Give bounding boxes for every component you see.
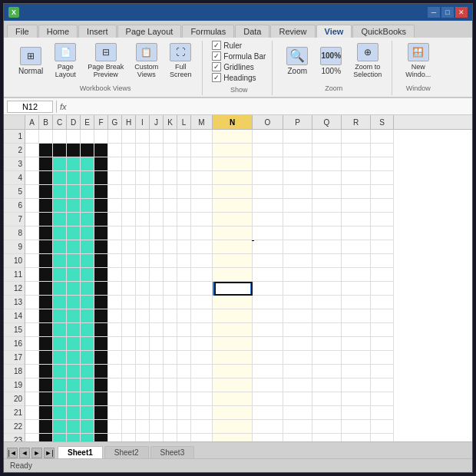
cell-I18[interactable] xyxy=(136,365,149,378)
cell-C15[interactable] xyxy=(53,323,66,337)
gridlines-check[interactable]: Gridlines xyxy=(212,62,266,71)
cell-M17[interactable] xyxy=(191,351,212,365)
headings-checkbox[interactable] xyxy=(212,73,221,82)
cell-Q21[interactable] xyxy=(312,406,341,420)
cell-N6[interactable] xyxy=(213,199,252,213)
cell-R2[interactable] xyxy=(342,144,370,157)
cell-S21[interactable] xyxy=(371,406,393,420)
cell-N14[interactable] xyxy=(213,309,252,323)
cell-H20[interactable] xyxy=(122,392,135,406)
cell-R3[interactable] xyxy=(342,157,370,171)
tab-nav-last[interactable]: ►| xyxy=(44,448,55,458)
cell-G12[interactable] xyxy=(108,282,121,296)
cell-C7[interactable] xyxy=(53,213,66,226)
cell-S4[interactable] xyxy=(371,171,393,185)
cell-Q7[interactable] xyxy=(312,213,341,226)
cell-I7[interactable] xyxy=(136,213,149,226)
cell-H9[interactable] xyxy=(122,240,135,254)
row-num-4[interactable]: 4 xyxy=(4,171,25,185)
col-header-Q[interactable]: Q xyxy=(312,115,342,129)
cell-G23[interactable] xyxy=(108,434,121,441)
cell-I14[interactable] xyxy=(136,309,149,323)
cell-I4[interactable] xyxy=(136,171,149,185)
cell-M10[interactable] xyxy=(191,254,212,268)
cell-C17[interactable] xyxy=(53,351,66,365)
col-header-D[interactable]: D xyxy=(67,115,81,129)
cell-G8[interactable] xyxy=(108,226,121,240)
cell-I10[interactable] xyxy=(136,254,149,268)
cell-G13[interactable] xyxy=(108,296,121,309)
cell-E7[interactable] xyxy=(81,213,94,226)
cell-L12[interactable] xyxy=(177,282,190,296)
cell-K21[interactable] xyxy=(164,406,177,420)
cell-S9[interactable] xyxy=(371,240,393,254)
row-num-9[interactable]: 9 xyxy=(4,240,25,254)
cell-M22[interactable] xyxy=(191,420,212,434)
cell-I20[interactable] xyxy=(136,392,149,406)
cell-S2[interactable] xyxy=(371,144,393,157)
cell-D16[interactable] xyxy=(67,337,80,351)
cell-F19[interactable] xyxy=(94,378,107,392)
col-header-O[interactable]: O xyxy=(253,115,283,129)
cell-M21[interactable] xyxy=(191,406,212,420)
cell-B21[interactable] xyxy=(39,406,52,420)
cell-H18[interactable] xyxy=(122,365,135,378)
cell-H19[interactable] xyxy=(122,378,135,392)
col-header-S[interactable]: S xyxy=(371,115,394,129)
cell-R7[interactable] xyxy=(342,213,370,226)
cell-C6[interactable] xyxy=(53,199,66,213)
cell-Q5[interactable] xyxy=(312,185,341,199)
cell-D21[interactable] xyxy=(67,406,80,420)
cell-L21[interactable] xyxy=(177,406,190,420)
cell-O10[interactable] xyxy=(253,254,283,268)
cell-N13[interactable] xyxy=(213,296,252,309)
cell-L14[interactable] xyxy=(177,309,190,323)
cell-K7[interactable] xyxy=(164,213,177,226)
cell-K15[interactable] xyxy=(164,323,177,337)
cell-L19[interactable] xyxy=(177,378,190,392)
cell-K13[interactable] xyxy=(164,296,177,309)
cell-M4[interactable] xyxy=(191,171,212,185)
cell-C21[interactable] xyxy=(53,406,66,420)
cell-P18[interactable] xyxy=(283,365,312,378)
cell-F14[interactable] xyxy=(94,309,107,323)
cell-I22[interactable] xyxy=(136,420,149,434)
cell-S14[interactable] xyxy=(371,309,393,323)
cell-A12[interactable] xyxy=(25,282,38,296)
cell-Q18[interactable] xyxy=(312,365,341,378)
cell-Q23[interactable] xyxy=(312,434,341,441)
cell-D20[interactable] xyxy=(67,392,80,406)
cell-A4[interactable] xyxy=(25,171,38,185)
cell-F17[interactable] xyxy=(94,351,107,365)
cell-N11[interactable] xyxy=(213,268,252,282)
row-num-6[interactable]: 6 xyxy=(4,199,25,213)
cell-D17[interactable] xyxy=(67,351,80,365)
cell-K18[interactable] xyxy=(164,365,177,378)
cell-F3[interactable] xyxy=(94,157,107,171)
cell-N16[interactable] xyxy=(213,337,252,351)
cell-H17[interactable] xyxy=(122,351,135,365)
cell-S17[interactable] xyxy=(371,351,393,365)
cell-N10[interactable] xyxy=(213,254,252,268)
cell-B11[interactable] xyxy=(39,268,52,282)
cell-C23[interactable] xyxy=(53,434,66,441)
cell-I9[interactable] xyxy=(136,240,149,254)
col-header-G[interactable]: G xyxy=(108,115,122,129)
cell-I12[interactable] xyxy=(136,282,149,296)
row-num-15[interactable]: 15 xyxy=(4,323,25,337)
ruler-check[interactable]: Ruler xyxy=(212,41,266,50)
cell-A23[interactable] xyxy=(25,434,38,441)
cell-L11[interactable] xyxy=(177,268,190,282)
cell-L20[interactable] xyxy=(177,392,190,406)
cell-S20[interactable] xyxy=(371,392,393,406)
formula-bar-check[interactable]: Formula Bar xyxy=(212,51,266,61)
cell-Q9[interactable] xyxy=(312,240,341,254)
cell-M11[interactable] xyxy=(191,268,212,282)
normal-view-button[interactable]: ⊞ Normal xyxy=(15,45,47,78)
cell-E1[interactable] xyxy=(81,130,94,144)
row-num-1[interactable]: 1 xyxy=(4,130,25,144)
cell-I8[interactable] xyxy=(136,226,149,240)
cell-E23[interactable] xyxy=(81,434,94,441)
row-num-19[interactable]: 19 xyxy=(4,378,25,392)
cell-B9[interactable] xyxy=(39,240,52,254)
